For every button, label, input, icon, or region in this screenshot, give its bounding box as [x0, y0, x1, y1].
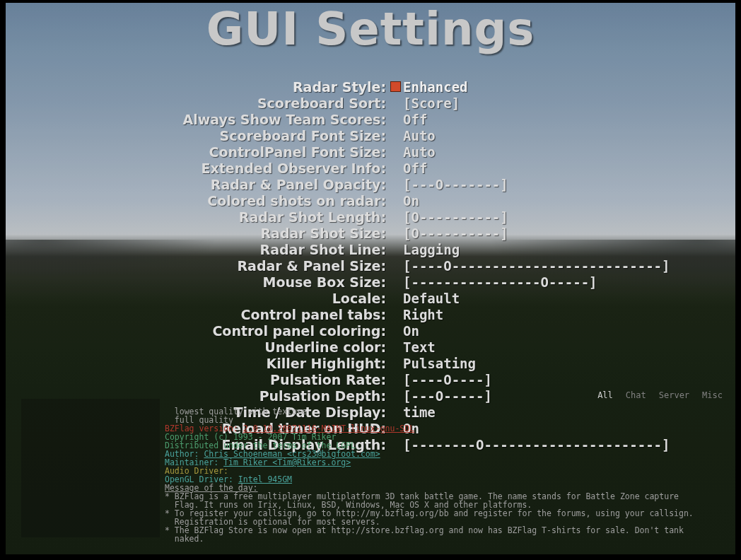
- menu-value[interactable]: [O----------]: [387, 209, 508, 226]
- menu-label: Radar & Panel Size:: [6, 258, 387, 274]
- radar-panel: [21, 399, 160, 537]
- menu-label: Always Show Team Scores:: [6, 112, 387, 128]
- console-line: * The BZFlag Store is now open at http:/…: [165, 525, 684, 535]
- menu-value[interactable]: Enhanced: [387, 79, 468, 95]
- menu-label: Mouse Box Size:: [6, 274, 387, 291]
- menu-label: Radar & Panel Opacity:: [6, 177, 387, 193]
- menu-value[interactable]: Auto: [387, 144, 436, 161]
- menu-row[interactable]: Scoreboard Font Size:Auto: [6, 128, 735, 144]
- menu-row[interactable]: Control panel coloring:On: [6, 323, 735, 339]
- menu-value[interactable]: Text: [387, 339, 436, 356]
- menu-value[interactable]: Lagging: [387, 242, 460, 258]
- menu-row[interactable]: Extended Observer Info:Off: [6, 161, 735, 177]
- menu-value[interactable]: [---O-------]: [387, 177, 508, 193]
- menu-value[interactable]: Off: [387, 161, 427, 177]
- menu-row[interactable]: Radar Shot Line:Lagging: [6, 242, 735, 258]
- menu-label: Extended Observer Info:: [6, 161, 387, 177]
- menu-label: Radar Shot Line:: [6, 242, 387, 258]
- menu-row[interactable]: ControlPanel Font Size:Auto: [6, 144, 735, 161]
- menu-value[interactable]: [Score]: [387, 95, 460, 112]
- menu-value[interactable]: Auto: [387, 128, 436, 144]
- menu-row[interactable]: Scoreboard Sort:[Score]: [6, 95, 735, 112]
- game-frame: GUI Settings Radar Style:EnhancedScorebo…: [6, 3, 735, 554]
- menu-value[interactable]: Pulsating: [387, 356, 476, 372]
- menu-value[interactable]: [----------------O-----]: [387, 274, 597, 291]
- menu-label: Underline color:: [6, 339, 387, 356]
- menu-row[interactable]: Radar Style:Enhanced: [6, 79, 735, 95]
- menu-value[interactable]: [O----------]: [387, 226, 508, 242]
- menu-row[interactable]: Colored shots on radar:On: [6, 193, 735, 209]
- menu-row[interactable]: Underline color:Text: [6, 339, 735, 356]
- menu-label: Locale:: [6, 291, 387, 307]
- menu-value[interactable]: Off: [387, 112, 427, 128]
- menu-row[interactable]: Control panel tabs:Right: [6, 307, 735, 323]
- console-line: naked.: [165, 534, 204, 544]
- console-panel: lowest quality with texture full quality…: [165, 399, 723, 543]
- menu-row[interactable]: Mouse Box Size:[----------------O-----]: [6, 274, 735, 291]
- menu-label: ControlPanel Font Size:: [6, 144, 387, 161]
- menu-label: Radar Shot Length:: [6, 209, 387, 226]
- menu-value[interactable]: [----O--------------------------]: [387, 258, 670, 274]
- menu-row[interactable]: Radar Shot Length:[O----------]: [6, 209, 735, 226]
- menu-label: Colored shots on radar:: [6, 193, 387, 209]
- menu-row[interactable]: Always Show Team Scores:Off: [6, 112, 735, 128]
- menu-row[interactable]: Pulsation Rate:[----O----]: [6, 372, 735, 388]
- page-title: GUI Settings: [6, 3, 735, 55]
- menu-label: Pulsation Rate:: [6, 372, 387, 388]
- menu-row[interactable]: Radar & Panel Opacity:[---O-------]: [6, 177, 735, 193]
- menu-row[interactable]: Radar & Panel Size:[----O---------------…: [6, 258, 735, 274]
- menu-value[interactable]: On: [387, 193, 419, 209]
- menu-label: Killer Highlight:: [6, 356, 387, 372]
- menu-label: Control panel tabs:: [6, 307, 387, 323]
- menu-value[interactable]: Default: [387, 291, 460, 307]
- menu-value[interactable]: Right: [387, 307, 443, 323]
- menu-row[interactable]: Killer Highlight:Pulsating: [6, 356, 735, 372]
- menu-label: Scoreboard Sort:: [6, 95, 387, 112]
- menu-value[interactable]: On: [387, 323, 419, 339]
- menu-row[interactable]: Locale:Default: [6, 291, 735, 307]
- menu-value[interactable]: [----O----]: [387, 372, 492, 388]
- menu-label: Control panel coloring:: [6, 323, 387, 339]
- menu-label: Radar Shot Size:: [6, 226, 387, 242]
- menu-row[interactable]: Radar Shot Size:[O----------]: [6, 226, 735, 242]
- menu-label: Radar Style:: [6, 79, 387, 95]
- menu-label: Scoreboard Font Size:: [6, 128, 387, 144]
